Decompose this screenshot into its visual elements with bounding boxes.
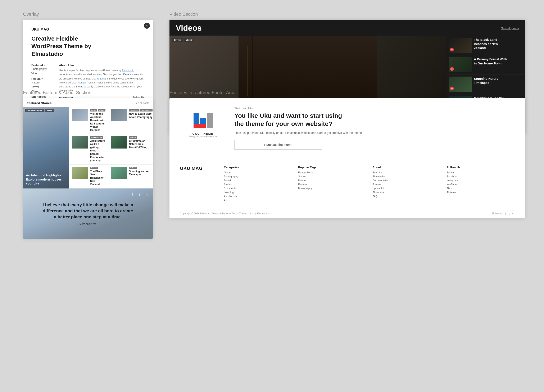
overlay-logo: UKU MAG — [31, 27, 144, 32]
nav-popular[interactable]: Popular ▾ — [31, 77, 52, 80]
follow-facebook[interactable]: Facebook — [447, 175, 515, 178]
feat-tag-nature-6: Nature — [129, 167, 137, 169]
purchase-button[interactable]: Purchase the theme — [234, 140, 322, 150]
feat-tag-arch-3: Architecture — [90, 136, 103, 139]
follow-pinterest[interactable]: Pinterest — [447, 191, 515, 194]
featured-item-5[interactable]: Nature The Black Sand Beaches of New Zea… — [69, 165, 108, 188]
feat-info-3: Architecture Architecture walks a gettin… — [90, 136, 106, 162]
close-icon: × — [146, 24, 148, 27]
about-col-title: About — [373, 166, 440, 169]
video-sidebar-thumb-3: ▶ — [449, 76, 472, 92]
featured-large-item[interactable]: ARCHITECTURE CITIES Architectural Highli… — [23, 107, 69, 188]
about-faq[interactable]: FAQ — [373, 195, 440, 198]
tag-video: VIDEO — [184, 39, 194, 42]
uku-pirongia-link[interactable]: Uku Pirongia — [71, 81, 86, 84]
about-quote: I believe that every little change will … — [41, 202, 135, 226]
tag-cities: CITIES — [172, 39, 183, 42]
follow-flickr[interactable]: Flickr — [447, 187, 515, 190]
about-forums[interactable]: Forums — [373, 183, 440, 186]
close-button[interactable]: × — [144, 23, 150, 29]
cat-nature[interactable]: Nature — [224, 171, 292, 174]
elmastudio-link[interactable]: Elmastudio — [122, 69, 134, 72]
overlay-title: Creative FlexibleWordPress Theme byElmas… — [31, 35, 144, 58]
video-section-title: Videos — [176, 24, 202, 33]
feat-img-3 — [72, 136, 88, 148]
cta-desc: Then just purchase Uku directly on our E… — [234, 131, 515, 135]
featured-item-2[interactable]: Learning Photography How to Learn More A… — [108, 107, 153, 134]
video-header: Videos See all posts — [170, 20, 525, 35]
featured-see-all[interactable]: See all posts — [135, 102, 149, 105]
tag-stories[interactable]: Stories — [298, 175, 366, 178]
svg-rect-3 — [207, 113, 213, 128]
video-sidebar-info-1: The Black SandBeaches of NewZealand — [474, 38, 522, 51]
footer-follow-area: Follow us f t ☆ — [492, 212, 515, 215]
twitter-icon[interactable]: t — [137, 192, 142, 197]
video-sidebar-item-2[interactable]: ▶ A Dreamy Forest Walkin Our Home Town — [446, 55, 525, 75]
about-update-info[interactable]: Update Info — [373, 187, 440, 190]
footer-section-label: Footer with featured Footer Area — [170, 90, 525, 95]
footer-col-follow: Follow Us Twitter Facebook Instagram You… — [447, 166, 515, 203]
video-tags: CITIES VIDEO — [172, 39, 194, 42]
nav-nature[interactable]: Nature — [31, 80, 52, 85]
categories-title: Categories — [224, 166, 292, 169]
feat-tag-travel-1: Travel — [98, 109, 106, 111]
featured-item-3[interactable]: Architecture Architecture walks a gettin… — [69, 134, 108, 165]
feat-img-6 — [111, 167, 127, 179]
follow-instagram[interactable]: Instagram — [447, 179, 515, 182]
footer-facebook-icon[interactable]: f — [505, 212, 506, 215]
tag-featured[interactable]: Featured — [298, 183, 366, 186]
video-sidebar-thumb-2: ▶ — [449, 57, 472, 72]
follow-twitter[interactable]: Twitter — [447, 171, 515, 174]
uku-toupu-link[interactable]: Uku Toupu — [92, 77, 104, 80]
footer-twitter-icon[interactable]: t — [509, 212, 509, 215]
overlay-label: Overlay — [23, 12, 153, 17]
nav-photography[interactable]: Photography — [31, 67, 52, 71]
about-buy-uku[interactable]: Buy Uku — [373, 171, 440, 174]
footer-brand-logo: UKU MAG — [180, 166, 218, 171]
svg-rect-2 — [194, 124, 206, 128]
cat-art[interactable]: Art — [224, 199, 292, 202]
featured-item-1[interactable]: Cities Travel Visit to the Auckland Doma… — [69, 107, 108, 134]
sidebar-play-1: ▶ — [450, 48, 454, 52]
video-see-all-link[interactable]: See all posts — [501, 26, 519, 30]
nav-video[interactable]: Video — [31, 71, 52, 76]
sidebar-play-2: ▶ — [450, 67, 454, 71]
cta-heading: You like Uku and want to start usingthe … — [234, 111, 515, 128]
about-showcase[interactable]: Showcase — [373, 191, 440, 194]
featured-arrow-icon: ▾ — [44, 64, 45, 66]
cat-travel[interactable]: Travel — [224, 179, 292, 182]
cat-learning[interactable]: Learning — [224, 191, 292, 194]
about-documentation[interactable]: Documentation — [373, 179, 440, 182]
featured-grid: ARCHITECTURE CITIES Architectural Highli… — [23, 107, 153, 188]
instagram-icon[interactable]: ☆ — [144, 192, 149, 197]
feat-tags-6: Nature — [129, 167, 153, 169]
facebook-icon[interactable]: f — [130, 192, 135, 197]
cat-community[interactable]: Community — [224, 187, 292, 190]
video-sidebar-item-1[interactable]: ▶ The Black SandBeaches of NewZealand — [446, 35, 525, 55]
video-sidebar-info-2: A Dreamy Forest Walkin Our Home Town — [474, 57, 522, 66]
cat-stories[interactable]: Stories — [224, 183, 292, 186]
featured-item-4[interactable]: Nature Structures of Nature are a Beauti… — [108, 134, 153, 165]
follow-youtube[interactable]: YouTube — [447, 183, 515, 186]
featured-item-6[interactable]: Nature Stunning Nature Timelapse — [108, 165, 153, 188]
vs-title-2: A Dreamy Forest Walkin Our Home Town — [474, 57, 522, 65]
more-about-link[interactable]: More about me — [41, 222, 135, 226]
featured-section-label: Featured Bottom & About Section — [23, 90, 153, 95]
footer-instagram-icon-bottom[interactable]: ☆ — [512, 212, 515, 215]
tag-photography[interactable]: Photography — [298, 187, 366, 190]
cat-architecture[interactable]: Architecture — [224, 195, 292, 198]
feat-info-1: Cities Travel Visit to the Auckland Doma… — [90, 109, 106, 132]
tag-nature[interactable]: Nature — [298, 179, 366, 182]
video-sidebar-thumb-1: ▶ — [449, 38, 472, 53]
feat-img-4 — [111, 136, 127, 148]
about-quote-section: f t ☆ I believe that every little change… — [23, 188, 153, 239]
nav-featured[interactable]: Featured ▾ — [31, 64, 52, 67]
nav-travel[interactable]: Travel — [31, 85, 52, 89]
feat-img-2 — [111, 109, 127, 121]
uku-logo-brand: UKU THEME — [192, 132, 213, 135]
feat-title-4: Structures of Nature are a Beautiful Thi… — [129, 140, 153, 149]
tag-reader-picks[interactable]: Reader Picks — [298, 171, 366, 174]
cat-photography[interactable]: Photography — [224, 175, 292, 178]
about-elmastudio[interactable]: Elmastudio — [373, 175, 440, 178]
feat-tags-4: Nature — [129, 136, 153, 139]
